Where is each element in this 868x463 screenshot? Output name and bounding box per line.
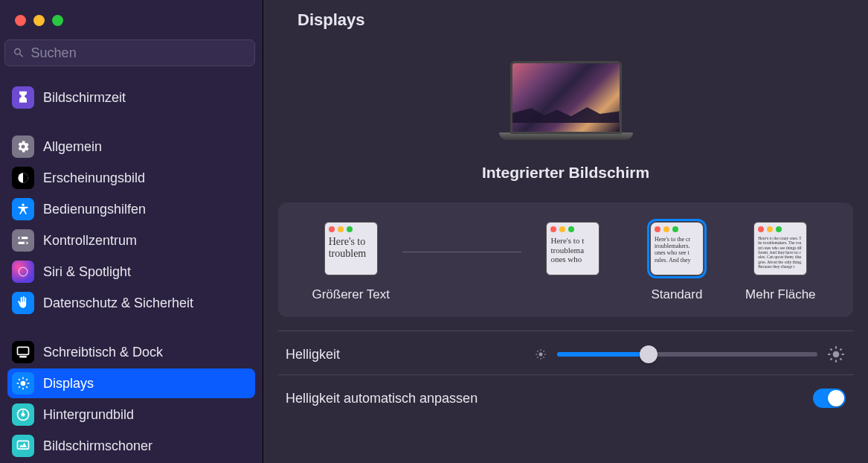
brightness-row: Helligkeit bbox=[278, 331, 853, 374]
resolution-separator bbox=[402, 252, 521, 252]
sidebar-item-siri[interactable]: Siri & Spotlight bbox=[7, 257, 255, 287]
hand-icon bbox=[12, 292, 34, 314]
svg-line-28 bbox=[544, 351, 544, 351]
svg-point-21 bbox=[539, 353, 543, 357]
resolution-label: Größerer Text bbox=[312, 287, 390, 302]
svg-line-35 bbox=[830, 348, 832, 350]
auto-brightness-row: Helligkeit automatisch anpassen bbox=[278, 374, 853, 418]
wallpaper-icon bbox=[12, 403, 34, 426]
sidebar-item-label: Schreibtisch & Dock bbox=[43, 345, 163, 360]
brightness-high-icon bbox=[826, 345, 846, 364]
search-icon bbox=[13, 46, 25, 60]
sidebar-item-allgemein[interactable]: Allgemein bbox=[7, 132, 255, 162]
sidebar-item-label: Bildschirmschoner bbox=[43, 438, 152, 454]
svg-point-4 bbox=[19, 237, 22, 239]
sidebar-item-label: Erscheinungsbild bbox=[43, 170, 145, 186]
svg-line-38 bbox=[830, 358, 832, 360]
hourglass-icon bbox=[12, 86, 34, 109]
sidebar-item-label: Hintergrundbild bbox=[43, 407, 134, 423]
svg-line-37 bbox=[840, 348, 841, 350]
auto-brightness-toggle[interactable] bbox=[813, 389, 846, 408]
dock-icon bbox=[12, 341, 34, 363]
resolution-option-default-medium[interactable]: Here's to ttroublemaones who bbox=[521, 222, 625, 302]
accessibility-icon bbox=[12, 198, 34, 220]
search-container bbox=[0, 39, 263, 77]
resolution-option-larger-text[interactable]: Here's totroublem Größerer Text bbox=[299, 222, 402, 302]
sidebar-item-hintergrundbild[interactable]: Hintergrundbild bbox=[7, 400, 255, 430]
sidebar-item-label: Displays bbox=[43, 376, 94, 392]
sidebar-item-bildschirmzeit[interactable]: Bildschirmzeit bbox=[7, 83, 255, 112]
svg-point-6 bbox=[19, 267, 28, 276]
brightness-label: Helligkeit bbox=[286, 347, 340, 363]
sidebar-item-label: Bedienungshilfen bbox=[43, 202, 146, 217]
control-center-icon bbox=[12, 229, 34, 252]
resolution-label: Standard bbox=[651, 287, 702, 302]
sidebar-item-label: Kontrollzentrum bbox=[43, 233, 137, 249]
sidebar-item-datenschutz[interactable]: Datenschutz & Sicherheit bbox=[7, 288, 255, 318]
sidebar-item-label: Bildschirmzeit bbox=[43, 90, 126, 106]
brightness-slider-thumb[interactable] bbox=[640, 345, 658, 363]
sidebar-item-displays[interactable]: Displays bbox=[7, 368, 255, 398]
appearance-icon bbox=[12, 167, 34, 189]
screensaver-icon bbox=[12, 435, 34, 457]
sidebar-item-erscheinungsbild[interactable]: Erscheinungsbild bbox=[7, 163, 255, 193]
maximize-window-button[interactable] bbox=[52, 15, 63, 26]
svg-point-1 bbox=[22, 204, 24, 206]
sidebar-item-label: Siri & Spotlight bbox=[43, 264, 131, 280]
svg-line-15 bbox=[26, 386, 28, 388]
display-preview[interactable] bbox=[499, 61, 633, 144]
sidebar-item-schreibtisch-dock[interactable]: Schreibtisch & Dock bbox=[7, 337, 255, 367]
resolution-option-more-space[interactable]: Here's to the crazy ones. The troublemak… bbox=[729, 222, 832, 302]
svg-line-26 bbox=[537, 351, 538, 351]
content-pane: Displays Integrierter Bildschirm Here's … bbox=[263, 0, 868, 463]
sidebar-item-bildschirmschoner[interactable]: Bildschirmschoner bbox=[7, 431, 255, 461]
sidebar-item-bedienungshilfen[interactable]: Bedienungshilfen bbox=[7, 194, 255, 224]
sidebar-item-label: Datenschutz & Sicherheit bbox=[43, 296, 193, 311]
close-window-button[interactable] bbox=[15, 15, 26, 26]
svg-rect-7 bbox=[18, 347, 29, 354]
svg-point-30 bbox=[833, 351, 840, 358]
sidebar-item-kontrollzentrum[interactable]: Kontrollzentrum bbox=[7, 226, 255, 255]
sidebar-nav: Fokus Bildschirmzeit Allgemein Erscheinu… bbox=[0, 77, 263, 463]
svg-line-16 bbox=[26, 379, 28, 380]
resolution-option-standard[interactable]: Here's to the crtroublemakers.ones who s… bbox=[625, 222, 728, 302]
svg-point-5 bbox=[25, 242, 27, 244]
svg-line-36 bbox=[840, 358, 841, 360]
svg-line-17 bbox=[19, 386, 20, 388]
svg-point-9 bbox=[21, 381, 26, 386]
brightness-low-icon bbox=[533, 347, 548, 362]
resolution-panel: Here's totroublem Größerer Text Here's t… bbox=[278, 202, 853, 317]
page-title: Displays bbox=[263, 0, 868, 46]
window-controls bbox=[0, 0, 263, 39]
search-field[interactable] bbox=[4, 39, 255, 66]
auto-brightness-label: Helligkeit automatisch anpassen bbox=[286, 391, 478, 406]
siri-icon bbox=[12, 261, 34, 283]
resolution-label: Mehr Fläche bbox=[745, 287, 815, 302]
brightness-slider[interactable] bbox=[557, 352, 817, 357]
sidebar-item-label: Allgemein bbox=[43, 139, 102, 155]
display-hero: Integrierter Bildschirm bbox=[263, 46, 868, 202]
svg-rect-8 bbox=[19, 356, 27, 358]
gear-icon bbox=[12, 135, 34, 158]
svg-line-27 bbox=[544, 357, 544, 358]
minimize-window-button[interactable] bbox=[33, 15, 45, 26]
search-input[interactable] bbox=[31, 45, 247, 61]
svg-line-14 bbox=[19, 379, 20, 380]
display-name: Integrierter Bildschirm bbox=[482, 164, 649, 182]
sidebar: Fokus Bildschirmzeit Allgemein Erscheinu… bbox=[0, 0, 263, 463]
svg-line-29 bbox=[537, 357, 538, 358]
brightness-icon bbox=[12, 372, 34, 395]
